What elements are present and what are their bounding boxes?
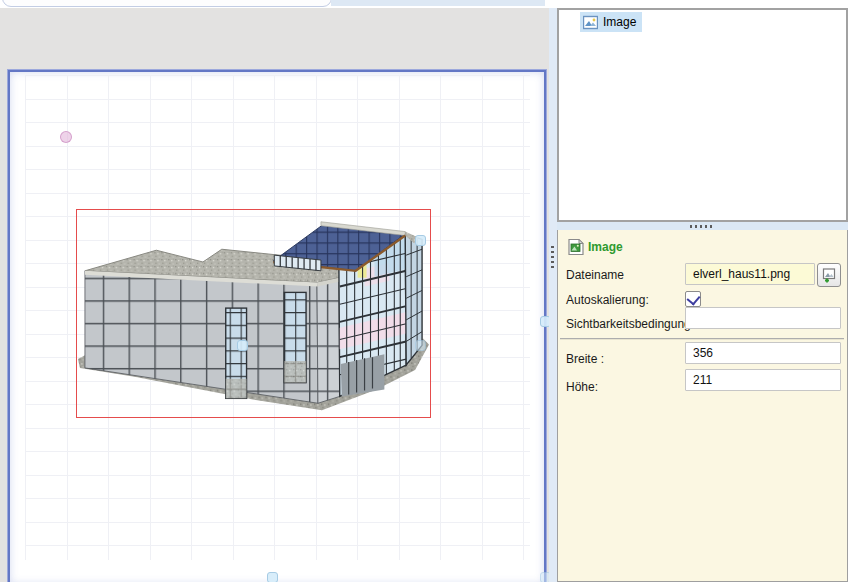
document-tab[interactable] bbox=[2, 0, 332, 7]
splitter-grip-icon bbox=[551, 246, 554, 268]
dateiname-label: Dateiname bbox=[566, 268, 624, 282]
toolbox-item-label: Image bbox=[603, 15, 636, 29]
tab-strip-accent bbox=[331, 0, 545, 6]
sichtbarkeit-label: Sichtbarkeitsbedingung: bbox=[566, 317, 694, 331]
add-image-icon bbox=[821, 267, 837, 283]
selection-handle-bottom-middle[interactable] bbox=[237, 340, 248, 351]
browse-image-button[interactable] bbox=[817, 263, 841, 287]
design-surface-pane bbox=[0, 8, 549, 582]
vertical-splitter[interactable] bbox=[549, 8, 557, 582]
horizontal-splitter[interactable] bbox=[557, 222, 848, 230]
building-image bbox=[77, 210, 430, 417]
sichtbarkeitsbedingung-input[interactable] bbox=[685, 307, 841, 329]
toolbox-panel: Image bbox=[557, 8, 848, 222]
checkmark-icon bbox=[687, 291, 701, 305]
breite-label: Breite : bbox=[566, 352, 604, 366]
properties-panel: Image Dateiname Autoskalierung: Sichtbar… bbox=[557, 230, 848, 582]
splitter-grip-icon bbox=[690, 225, 714, 228]
image-page-icon bbox=[567, 238, 585, 256]
app-window: Image Image Dateiname Autoskalierung: bbox=[0, 0, 860, 582]
canvas-page[interactable] bbox=[8, 70, 546, 582]
autoskalierung-label: Autoskalierung: bbox=[566, 293, 649, 307]
hoehe-label: Höhe: bbox=[566, 380, 598, 394]
hoehe-input[interactable] bbox=[685, 369, 841, 391]
autoskalierung-checkbox[interactable] bbox=[685, 291, 701, 307]
selection-handle-bottom-right[interactable] bbox=[415, 340, 426, 351]
breite-input[interactable] bbox=[685, 342, 841, 364]
dateiname-input[interactable] bbox=[685, 263, 815, 285]
selection-handle-right-middle[interactable] bbox=[415, 235, 426, 246]
toolbox-item-image[interactable]: Image bbox=[580, 12, 642, 32]
properties-title: Image bbox=[588, 240, 623, 254]
section-separator bbox=[560, 338, 844, 340]
page-resize-handle-bottom[interactable] bbox=[267, 572, 278, 582]
image-element-selection[interactable] bbox=[76, 209, 431, 418]
selection-handle-top-left[interactable] bbox=[60, 131, 72, 143]
image-icon bbox=[583, 15, 598, 30]
